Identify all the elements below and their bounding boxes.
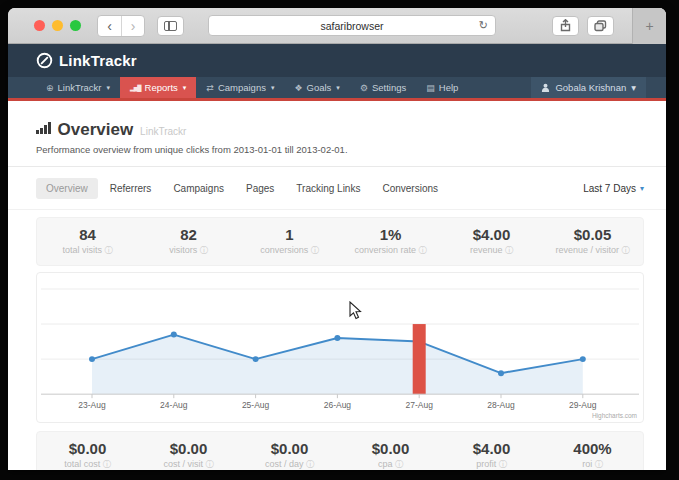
page-heading: Overview LinkTrackr Performance overview… [8, 101, 666, 167]
zoom-window-button[interactable] [70, 20, 81, 31]
tab-campaigns[interactable]: Campaigns [163, 178, 234, 199]
date-range-dropdown[interactable]: Last 7 Days ▾ [583, 183, 644, 194]
chevron-down-icon: ▾ [107, 84, 111, 92]
wrench-icon: ⚙ [360, 83, 368, 93]
info-icon[interactable]: ⓘ [499, 460, 507, 469]
chevron-down-icon: ▾ [631, 82, 636, 93]
share-button[interactable] [552, 16, 579, 36]
svg-text:25-Aug: 25-Aug [242, 400, 270, 410]
stat-revenue-per-visitor: $0.05 revenue / visitor ⓘ [542, 226, 643, 256]
info-icon[interactable]: ⓘ [206, 460, 214, 469]
window-controls [34, 20, 81, 31]
nav-item-settings[interactable]: ⚙ Settings [350, 77, 416, 98]
stats-row-top: 84 total visits ⓘ 82 visitors ⓘ 1 conver… [36, 217, 644, 266]
goal-icon: ❖ [294, 83, 302, 93]
chevron-down-icon: ▾ [183, 84, 187, 92]
brand-name: LinkTrackr [59, 52, 137, 69]
nav-item-reports[interactable]: ▂▅█ Reports ▾ [120, 77, 196, 98]
line-chart[interactable]: 23-Aug24-Aug25-Aug26-Aug27-Aug28-Aug29-A… [37, 273, 643, 422]
info-icon[interactable]: ⓘ [595, 460, 603, 469]
svg-text:26-Aug: 26-Aug [324, 400, 352, 410]
stat-roi: 400% roi ⓘ [542, 440, 643, 470]
stat-total-cost: $0.00 total cost ⓘ [37, 440, 138, 470]
chevron-down-icon: ▾ [271, 84, 275, 92]
sidebar-icon [164, 21, 177, 31]
info-icon[interactable]: ⓘ [395, 460, 403, 469]
nav-item-goals[interactable]: ❖ Goals ▾ [284, 77, 349, 98]
reload-icon[interactable]: ↻ [479, 19, 488, 32]
url-text: safaribrowser [320, 20, 383, 32]
info-icon[interactable]: ⓘ [103, 460, 111, 469]
toolbar-right-group [552, 16, 614, 36]
svg-text:24-Aug: 24-Aug [160, 400, 188, 410]
forward-button[interactable]: › [121, 16, 144, 36]
svg-text:28-Aug: 28-Aug [487, 400, 515, 410]
new-tab-button[interactable]: + [632, 8, 666, 44]
history-nav-group: ‹ › [97, 15, 145, 37]
tab-overview-button[interactable] [587, 16, 614, 36]
stat-revenue: $4.00 revenue ⓘ [441, 226, 542, 256]
info-icon[interactable]: ⓘ [419, 246, 427, 255]
tab-referrers[interactable]: Referrers [100, 178, 162, 199]
tab-overview[interactable]: Overview [36, 178, 98, 199]
book-icon: ▤ [426, 83, 435, 93]
stat-conversions: 1 conversions ⓘ [239, 226, 340, 256]
address-bar[interactable]: safaribrowser ↻ [208, 15, 496, 36]
stat-visitors: 82 visitors ⓘ [138, 226, 239, 256]
info-icon[interactable]: ⓘ [200, 246, 208, 255]
mouse-cursor [349, 301, 362, 320]
shuffle-icon: ⇄ [206, 83, 214, 93]
stats-row-bottom: $0.00 total cost ⓘ $0.00 cost / visit ⓘ … [36, 431, 644, 470]
info-icon[interactable]: ⓘ [622, 246, 630, 255]
svg-text:Highcharts.com: Highcharts.com [592, 412, 637, 420]
page-title: Overview [58, 120, 134, 140]
info-icon[interactable]: ⓘ [306, 460, 314, 469]
browser-window: ‹ › safaribrowser ↻ [8, 8, 666, 470]
sidebar-toggle-button[interactable] [157, 16, 184, 36]
user-name: Gobala Krishnan [555, 82, 626, 93]
tab-conversions[interactable]: Conversions [372, 178, 448, 199]
stat-cost-per-visit: $0.00 cost / visit ⓘ [138, 440, 239, 470]
info-icon[interactable]: ⓘ [105, 246, 113, 255]
nav-item-campaigns[interactable]: ⇄ Campaigns ▾ [196, 77, 284, 98]
linktrackr-logo-icon [36, 52, 53, 69]
main-nav: ⊕ LinkTrackr ▾ ▂▅█ Reports ▾ ⇄ Campaigns… [8, 77, 666, 101]
tab-pages[interactable]: Pages [236, 178, 284, 199]
bar-chart-icon: ▂▅█ [130, 84, 140, 91]
app-header: LinkTrackr [8, 44, 666, 77]
user-icon [541, 83, 550, 92]
nav-item-help[interactable]: ▤ Help [416, 77, 468, 98]
stat-cost-per-day: $0.00 cost / day ⓘ [239, 440, 340, 470]
chevron-down-icon: ▾ [336, 84, 340, 92]
chart-icon [36, 122, 51, 134]
close-window-button[interactable] [34, 20, 45, 31]
info-icon[interactable]: ⓘ [311, 246, 319, 255]
share-icon [560, 19, 571, 32]
info-icon[interactable]: ⓘ [505, 246, 513, 255]
stat-cpa: $0.00 cpa ⓘ [340, 440, 441, 470]
tabs-icon [594, 20, 607, 32]
globe-icon: ⊕ [46, 83, 54, 93]
tab-tracking-links[interactable]: Tracking Links [286, 178, 370, 199]
stat-conversion-rate: 1% conversion rate ⓘ [340, 226, 441, 256]
svg-text:23-Aug: 23-Aug [78, 400, 106, 410]
stat-total-visits: 84 total visits ⓘ [37, 226, 138, 256]
report-tabs: Overview Referrers Campaigns Pages Track… [8, 167, 666, 210]
browser-toolbar: ‹ › safaribrowser ↻ [8, 8, 666, 44]
nav-item-linktrackr[interactable]: ⊕ LinkTrackr ▾ [36, 77, 120, 98]
stat-profit: $4.00 profit ⓘ [441, 440, 542, 470]
minimize-window-button[interactable] [52, 20, 63, 31]
svg-text:27-Aug: 27-Aug [405, 400, 433, 410]
svg-text:29-Aug: 29-Aug [569, 400, 597, 410]
page-title-suffix: LinkTrackr [140, 126, 186, 137]
chevron-down-icon: ▾ [640, 184, 644, 193]
back-button[interactable]: ‹ [98, 16, 121, 36]
page-subtitle: Performance overview from unique clicks … [36, 144, 638, 155]
visits-chart[interactable]: 23-Aug24-Aug25-Aug26-Aug27-Aug28-Aug29-A… [36, 272, 644, 423]
screenshot-frame: ‹ › safaribrowser ↻ [0, 0, 679, 480]
user-menu[interactable]: Gobala Krishnan ▾ [531, 77, 646, 98]
plus-icon: + [645, 18, 653, 34]
